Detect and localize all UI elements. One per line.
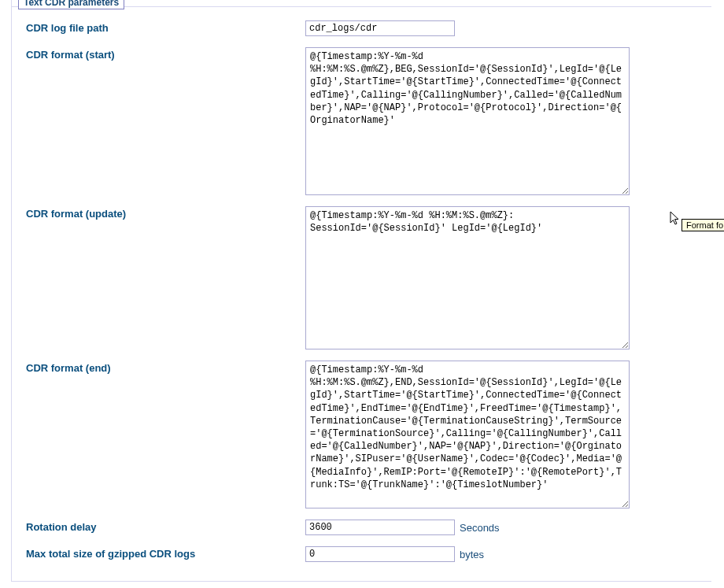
text-cdr-parameters-fieldset: Text CDR parameters CDR log file path CD…	[11, 0, 711, 582]
unit-rotation-delay: Seconds	[460, 522, 500, 534]
row-format-start: CDR format (start)	[12, 44, 711, 203]
label-rotation-delay: Rotation delay	[26, 520, 305, 533]
label-format-end: CDR format (end)	[26, 361, 305, 374]
label-max-size: Max total size of gzipped CDR logs	[26, 546, 305, 560]
input-log-path[interactable]	[305, 20, 455, 36]
row-max-size: Max total size of gzipped CDR logs bytes	[12, 543, 711, 570]
tooltip: Format fo	[682, 219, 724, 231]
label-format-update: CDR format (update)	[26, 206, 305, 220]
textarea-format-end[interactable]	[305, 361, 630, 508]
label-format-start: CDR format (start)	[26, 47, 305, 61]
unit-max-size: bytes	[460, 549, 484, 560]
fieldset-legend: Text CDR parameters	[18, 0, 124, 9]
textarea-format-update[interactable]	[305, 206, 630, 349]
row-format-end: CDR format (end)	[12, 357, 711, 516]
label-log-path: CDR log file path	[26, 20, 305, 34]
textarea-format-start[interactable]	[305, 47, 630, 195]
row-format-update: CDR format (update)	[12, 203, 711, 357]
row-log-path: CDR log file path	[12, 17, 711, 44]
input-max-size[interactable]	[305, 546, 455, 562]
input-rotation-delay[interactable]	[305, 520, 455, 535]
row-rotation-delay: Rotation delay Seconds	[12, 516, 711, 543]
